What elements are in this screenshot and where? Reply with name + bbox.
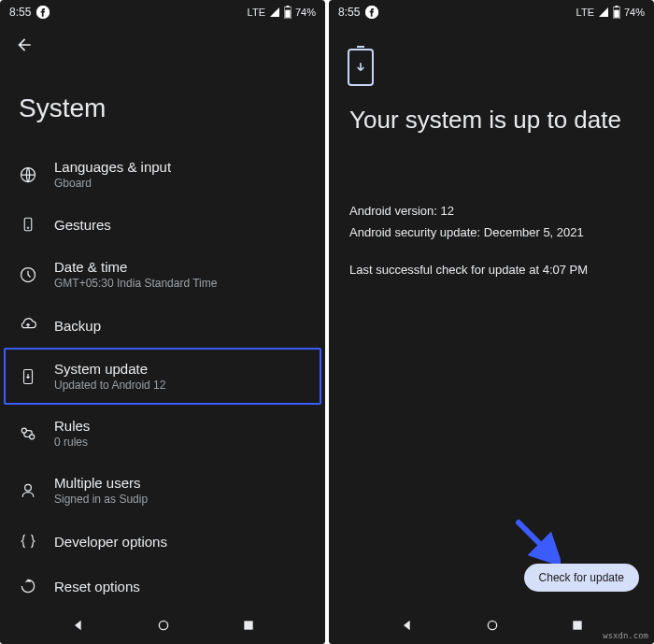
battery-icon [613, 6, 620, 19]
facebook-notification-icon [365, 6, 378, 19]
settings-item-datetime[interactable]: Date & time GMT+05:30 India Standard Tim… [4, 246, 321, 303]
settings-item-languages[interactable]: Languages & input Gboard [4, 146, 321, 203]
rules-icon [19, 424, 37, 443]
settings-item-multiple-users[interactable]: Multiple users Signed in as Sudip [4, 462, 321, 519]
nav-back-icon[interactable] [400, 618, 415, 633]
last-check-line: Last successful check for update at 4:07… [349, 261, 633, 280]
nav-home-icon[interactable] [156, 618, 171, 633]
svg-rect-11 [244, 621, 252, 629]
reset-icon [19, 577, 37, 595]
nav-recent-icon[interactable] [242, 619, 255, 632]
system-update-screen: 8:55 LTE 74% Your system is up to date A… [329, 0, 654, 644]
settings-item-reset-options[interactable]: Reset options [4, 564, 321, 608]
settings-list: Languages & input Gboard Gestures Date &… [0, 146, 325, 608]
svg-rect-15 [614, 10, 618, 18]
item-subtitle: GMT+05:30 India Standard Time [54, 277, 217, 290]
update-info: Android version: 12 Android security upd… [329, 155, 654, 282]
item-title: Gestures [54, 217, 111, 233]
item-title: Languages & input [54, 159, 171, 175]
users-icon [19, 481, 37, 500]
item-subtitle: 0 rules [54, 436, 90, 449]
svg-rect-14 [615, 6, 618, 7]
item-title: Reset options [54, 579, 140, 594]
watermark-text: wsxdn.com [603, 631, 648, 640]
system-update-icon [19, 368, 37, 385]
svg-point-9 [25, 484, 32, 491]
svg-point-10 [159, 621, 167, 629]
system-settings-screen: 8:55 LTE 74% System Languages & input Gb… [0, 0, 325, 644]
svg-rect-17 [573, 621, 581, 629]
clock-icon [19, 265, 37, 284]
check-for-update-button[interactable]: Check for update [524, 564, 639, 592]
item-subtitle: Signed in as Sudip [54, 493, 148, 506]
navigation-bar [0, 607, 325, 644]
nav-recent-icon[interactable] [571, 619, 584, 632]
battery-percent: 74% [295, 7, 316, 18]
system-update-hero-icon [348, 49, 374, 86]
signal-icon [269, 7, 280, 18]
settings-item-system-update[interactable]: System update Updated to Android 12 [4, 348, 321, 405]
status-time: 8:55 [338, 6, 360, 19]
page-title: System [0, 65, 325, 146]
network-type: LTE [248, 7, 265, 18]
item-subtitle: Gboard [54, 177, 171, 190]
svg-point-16 [488, 621, 496, 629]
svg-rect-3 [285, 10, 290, 18]
settings-item-rules[interactable]: Rules 0 rules [4, 405, 321, 462]
item-title: Date & time [54, 259, 217, 275]
network-type: LTE [576, 7, 594, 18]
svg-rect-2 [286, 6, 289, 7]
item-title: Rules [54, 418, 90, 434]
android-version-line: Android version: 12 [349, 202, 633, 222]
item-title: Backup [54, 318, 101, 334]
battery-icon [284, 6, 291, 19]
settings-item-developer-options[interactable]: Developer options [4, 519, 321, 564]
facebook-notification-icon [36, 6, 50, 19]
globe-icon [19, 165, 37, 184]
settings-item-backup[interactable]: Backup [4, 303, 321, 348]
cloud-upload-icon [19, 316, 37, 335]
gestures-icon [19, 216, 37, 233]
item-title: Multiple users [54, 475, 148, 491]
item-title: System update [54, 361, 165, 377]
security-update-line: Android security update: December 5, 202… [349, 223, 633, 243]
nav-back-icon[interactable] [71, 618, 86, 633]
nav-home-icon[interactable] [485, 618, 500, 633]
update-heading: Your system is up to date [329, 95, 654, 155]
svg-point-6 [27, 227, 29, 229]
back-button[interactable] [0, 22, 325, 65]
status-bar: 8:55 LTE 74% [0, 0, 325, 22]
signal-icon [598, 7, 609, 18]
item-title: Developer options [54, 534, 167, 550]
battery-percent: 74% [624, 7, 645, 18]
status-bar: 8:55 LTE 74% [329, 0, 654, 22]
settings-item-gestures[interactable]: Gestures [4, 203, 321, 246]
braces-icon [19, 532, 37, 551]
annotation-arrow-icon [514, 518, 561, 565]
status-time: 8:55 [9, 6, 31, 19]
item-subtitle: Updated to Android 12 [54, 379, 165, 392]
